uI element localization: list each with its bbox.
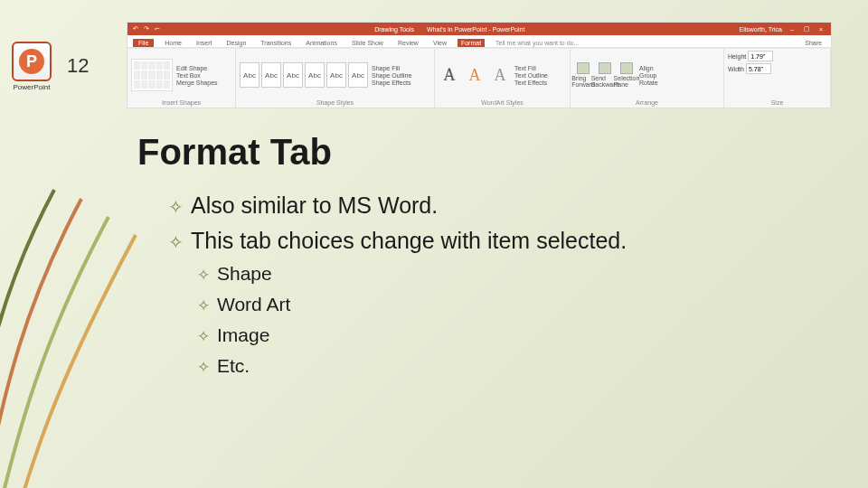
width-label: Width xyxy=(728,66,744,72)
bring-forward-button[interactable]: Bring Forward xyxy=(574,61,592,89)
shape-fill-button[interactable]: Shape Fill xyxy=(372,65,411,71)
shape-style-preset[interactable]: Abc xyxy=(283,62,303,88)
bullet-level1: This tab choices change with item select… xyxy=(168,228,841,254)
tab-slideshow[interactable]: Slide Show xyxy=(348,39,387,47)
powerpoint-logo-letter: P xyxy=(19,49,44,74)
align-button[interactable]: Align xyxy=(639,65,658,71)
shape-style-gallery[interactable]: Abc Abc Abc Abc Abc Abc xyxy=(240,62,368,88)
bullet-level2: Shape xyxy=(197,263,841,285)
tab-file[interactable]: File xyxy=(133,39,154,47)
close-button[interactable]: × xyxy=(816,26,826,33)
tab-transitions[interactable]: Transitions xyxy=(257,39,295,47)
selection-pane-button[interactable]: Selection Pane xyxy=(618,61,636,89)
text-box-button[interactable]: Text Box xyxy=(176,72,218,79)
shape-style-preset[interactable]: Abc xyxy=(326,62,346,88)
shapes-gallery[interactable] xyxy=(131,59,173,91)
shape-outline-button[interactable]: Shape Outline xyxy=(372,72,411,79)
share-button[interactable]: Share xyxy=(801,39,826,47)
wordart-preset[interactable]: A xyxy=(464,61,486,89)
edit-shape-button[interactable]: Edit Shape xyxy=(176,65,218,71)
group-size: Height Width Size xyxy=(724,49,831,108)
group-button[interactable]: Group xyxy=(639,72,658,79)
group-shape-styles: Abc Abc Abc Abc Abc Abc Shape Fill Shape… xyxy=(236,49,435,108)
slide-heading: Format Tab xyxy=(137,132,841,173)
contextual-tab-group: Drawing Tools xyxy=(374,26,414,33)
height-label: Height xyxy=(728,53,746,60)
rotate-button[interactable]: Rotate xyxy=(639,80,658,86)
ribbon-body: Edit Shape Text Box Merge Shapes Insert … xyxy=(127,48,831,108)
group-label-shape-styles: Shape Styles xyxy=(240,99,430,106)
shape-style-preset[interactable]: Abc xyxy=(261,62,281,88)
group-label-wordart: WordArt Styles xyxy=(439,99,566,106)
bullet-level1: Also similar to MS Word. xyxy=(168,192,841,219)
width-input[interactable] xyxy=(746,63,771,74)
ribbon-tabs: File Home Insert Design Transitions Anim… xyxy=(127,35,831,48)
qat-more-icon[interactable]: ⤺ xyxy=(155,25,160,33)
text-outline-button[interactable]: Text Outline xyxy=(514,72,548,79)
shape-style-preset[interactable]: Abc xyxy=(305,62,325,88)
ribbon: ↶ ↷ ⤺ Drawing Tools What's in PowerPoint… xyxy=(127,22,832,108)
wordart-preset[interactable]: A xyxy=(439,61,460,89)
tab-animations[interactable]: Animations xyxy=(302,39,341,47)
text-fill-button[interactable]: Text Fill xyxy=(514,65,548,71)
titlebar: ↶ ↷ ⤺ Drawing Tools What's in PowerPoint… xyxy=(127,23,831,35)
powerpoint-logo: P PowerPoint xyxy=(7,42,56,91)
tab-review[interactable]: Review xyxy=(394,39,422,47)
height-input[interactable] xyxy=(748,51,773,61)
group-wordart-styles: A A A Text Fill Text Outline Text Effect… xyxy=(435,49,571,108)
maximize-button[interactable]: ▢ xyxy=(802,25,811,33)
qat-redo-icon[interactable]: ↷ xyxy=(144,25,149,33)
group-insert-shapes: Edit Shape Text Box Merge Shapes Insert … xyxy=(127,49,236,108)
tell-me-search[interactable]: Tell me what you want to do... xyxy=(492,39,582,47)
wordart-preset[interactable]: A xyxy=(489,61,511,89)
bullet-level2: Etc. xyxy=(197,355,841,377)
tab-home[interactable]: Home xyxy=(161,39,185,47)
tab-insert[interactable]: Insert xyxy=(193,39,216,47)
window-title: What's in PowerPoint - PowerPoint xyxy=(427,26,524,33)
text-effects-button[interactable]: Text Effects xyxy=(514,80,548,86)
send-backward-button[interactable]: Send Backward xyxy=(596,61,614,89)
merge-shapes-button[interactable]: Merge Shapes xyxy=(176,80,218,86)
group-label-size: Size xyxy=(728,99,826,106)
tab-design[interactable]: Design xyxy=(222,39,250,47)
tab-view[interactable]: View xyxy=(429,39,450,47)
user-name: Ellsworth, Trica xyxy=(740,26,782,33)
group-arrange: Bring Forward Send Backward Selection Pa… xyxy=(571,49,724,108)
slide-content: Format Tab Also similar to MS Word. This… xyxy=(137,132,841,386)
powerpoint-logo-caption: PowerPoint xyxy=(7,83,56,91)
shape-style-preset[interactable]: Abc xyxy=(348,62,368,88)
slide-number: 12 xyxy=(67,54,89,78)
tab-format[interactable]: Format xyxy=(458,39,485,47)
bullet-level2: Image xyxy=(197,324,841,346)
bullet-level2: Word Art xyxy=(197,294,841,315)
qat-undo-icon[interactable]: ↶ xyxy=(133,25,138,33)
shape-style-preset[interactable]: Abc xyxy=(240,62,259,88)
minimize-button[interactable]: – xyxy=(788,26,797,33)
shape-effects-button[interactable]: Shape Effects xyxy=(372,80,411,86)
group-label-insert-shapes: Insert Shapes xyxy=(131,99,231,106)
group-label-arrange: Arrange xyxy=(574,99,720,106)
